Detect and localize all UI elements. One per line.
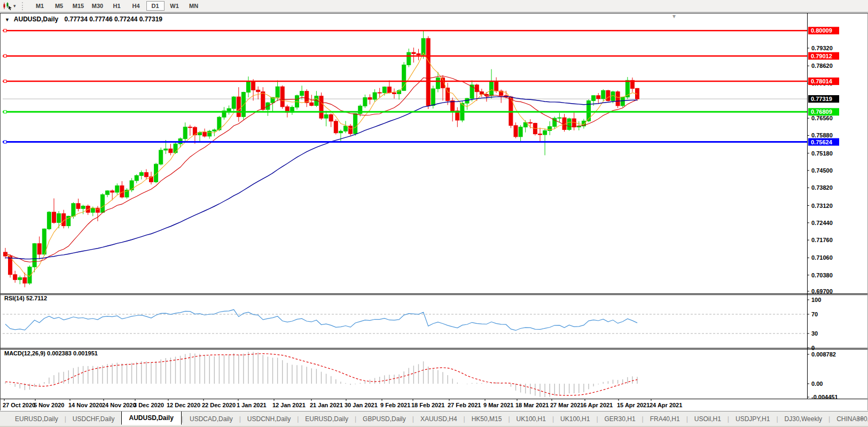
candle-body: [91, 208, 95, 212]
candle-body: [324, 114, 328, 118]
price-axis-tick-label: 0.73120: [811, 203, 833, 209]
chart-tab-xauusd-h4[interactable]: XAUUSD,H4: [414, 413, 464, 425]
timeframe-button-h4[interactable]: H4: [127, 1, 145, 11]
candle-body: [256, 90, 260, 91]
date-axis-label: 18 Mar 2021: [515, 402, 549, 408]
chart-tab-usdcad-daily[interactable]: USDCAD,Daily: [183, 413, 239, 425]
chart-title: ▼ AUDUSD,Daily 0.77734 0.77746 0.77244 0…: [5, 15, 162, 23]
candle-body: [188, 127, 192, 128]
price-axis-tick-label: 0.76560: [811, 115, 833, 121]
chart-tab-uk100-h1[interactable]: UK100,H1: [554, 413, 596, 425]
level-handle[interactable]: [4, 55, 6, 57]
collapse-arrow-icon[interactable]: ▼: [5, 17, 10, 22]
candle-body: [101, 195, 105, 212]
timeframe-button-m1[interactable]: M1: [31, 1, 49, 11]
candle-body: [76, 204, 80, 209]
candle-body: [57, 214, 61, 223]
candle-body: [115, 186, 119, 192]
candle-body: [373, 92, 377, 99]
price-level-badge-value: 0.78014: [811, 78, 833, 84]
candle-body: [538, 134, 542, 135]
rsi-axis-tick-label: 100: [811, 297, 821, 303]
candle-body: [81, 206, 85, 209]
candle-body: [174, 144, 177, 153]
chart-tab-dj30-weekly[interactable]: DJ30,Weekly: [778, 413, 828, 425]
candle-body: [33, 244, 36, 267]
candle-body: [241, 92, 245, 117]
candle-body: [446, 88, 450, 101]
chart-shift-marker-icon[interactable]: ▼: [671, 13, 677, 19]
timeframe-button-w1[interactable]: W1: [166, 1, 184, 11]
candle-body: [616, 92, 620, 106]
toolbar-separator: [22, 2, 25, 10]
chart-tab-usdchf-daily[interactable]: USDCHF,Daily: [66, 413, 121, 425]
level-handle[interactable]: [4, 111, 6, 113]
chart-tab-fra40-h1[interactable]: FRA40,H1: [644, 413, 686, 425]
candle-body: [354, 114, 357, 134]
candle-body: [514, 126, 518, 137]
date-axis-label: 12 Dec 2020: [167, 402, 200, 408]
date-axis-label: 1 Jan 2021: [237, 402, 267, 408]
chart-tab-uk100-h1[interactable]: UK100,H1: [510, 413, 552, 425]
tab-list: EURUSD,Daily|USDCHF,DailyAUDUSD,Daily|US…: [9, 413, 868, 425]
chart-tab-ger30-h1[interactable]: GER30,H1: [598, 413, 642, 425]
candle-body: [106, 191, 110, 195]
candle-body: [72, 204, 75, 216]
candle-body: [280, 87, 284, 107]
candle-body: [528, 122, 532, 123]
macd-axis-tick-label: 0.008782: [811, 351, 836, 358]
chart-tab-usdcnh-daily[interactable]: USDCNH,Daily: [241, 413, 297, 425]
candle-body: [164, 149, 168, 150]
top-toolbar: ▾ M1M5M15M30H1H4D1W1MN: [0, 0, 868, 12]
timeframe-button-mn[interactable]: MN: [185, 1, 203, 11]
candle-body: [349, 126, 353, 134]
candle-body: [470, 85, 474, 98]
candle-body: [567, 119, 571, 129]
chart-tab-hk50-m15[interactable]: HK50,M15: [465, 413, 509, 425]
timeframe-button-m15[interactable]: M15: [69, 1, 88, 11]
candle-body: [144, 173, 148, 177]
tab-scroll-right-icon[interactable]: ▸: [861, 415, 866, 421]
candle-body: [426, 38, 430, 105]
macd-axis-tick-label: -0.004451: [811, 394, 838, 400]
candle-body: [393, 93, 396, 94]
timeframe-button-h1[interactable]: H1: [108, 1, 126, 11]
date-axis-label: 9 Feb 2021: [380, 402, 410, 408]
rsi-line: [5, 309, 637, 330]
candle-body: [169, 149, 173, 153]
candle-body: [597, 96, 600, 99]
level-handle[interactable]: [4, 141, 6, 143]
candle-body: [436, 78, 440, 89]
candle-body: [344, 126, 348, 131]
candle-body: [601, 90, 605, 98]
candlestick-series: [4, 30, 639, 287]
chart-tab-audusd-daily[interactable]: AUDUSD,Daily: [121, 411, 182, 425]
candle-body: [159, 150, 163, 164]
candle-body: [475, 85, 479, 92]
level-handle[interactable]: [4, 80, 6, 83]
rsi-indicator-label: RSI(14) 52.7112: [4, 295, 47, 301]
candle-body: [183, 127, 187, 139]
chart-cursor-icon[interactable]: [3, 2, 12, 10]
chart-tab-usoil-h1[interactable]: USOil,H1: [688, 413, 728, 425]
candle-body: [213, 130, 216, 131]
candle-body: [232, 97, 236, 108]
chart-tab-eurusd-daily[interactable]: EURUSD,Daily: [299, 413, 355, 425]
chevron-down-icon[interactable]: ▾: [13, 3, 16, 9]
price-axis-tick-label: 0.71060: [811, 254, 833, 261]
candle-body: [111, 191, 114, 192]
timeframe-button-d1[interactable]: D1: [146, 1, 165, 11]
date-axis-label: 24 Apr 2021: [650, 402, 682, 408]
chart-tab-gbpusd-daily[interactable]: GBPUSD,Daily: [356, 413, 412, 425]
price-level-badge-value: 0.76809: [811, 108, 832, 115]
chart-tab-eurusd-daily[interactable]: EURUSD,Daily: [9, 413, 65, 425]
timeframe-button-m5[interactable]: M5: [50, 1, 68, 11]
candle-body: [23, 277, 27, 283]
candle-body: [276, 87, 279, 97]
candle-body: [387, 87, 391, 93]
timeframe-button-m30[interactable]: M30: [89, 1, 107, 11]
chart-tab-usdjpy-h1[interactable]: USDJPY,H1: [729, 413, 776, 425]
level-handle[interactable]: [4, 29, 6, 32]
date-axis-label: 27 Oct 2020: [3, 402, 35, 408]
tab-scroll-left-icon[interactable]: ◂: [856, 415, 861, 421]
